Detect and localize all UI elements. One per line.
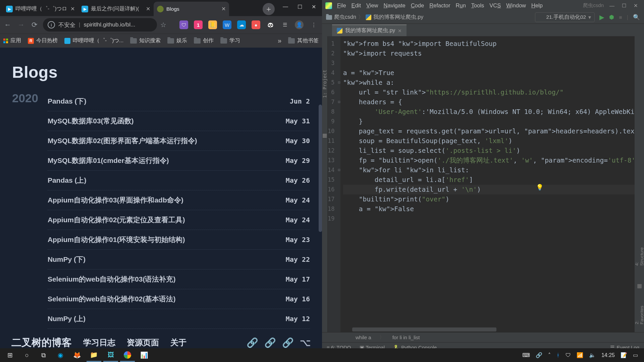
window-minimize-button[interactable]: — [609, 3, 614, 9]
structure-tool-button[interactable]: 4: Structure [634, 247, 644, 266]
ext-icon[interactable]: W [223, 20, 231, 29]
run-button[interactable]: ▶ [599, 13, 604, 21]
clock[interactable]: 14:25 [601, 352, 615, 358]
bookmark-folder[interactable]: 知识搜索 [130, 37, 161, 44]
menu-code[interactable]: Code [411, 2, 424, 9]
forward-button[interactable]: → [16, 20, 26, 30]
nav-link[interactable]: 学习日志 [83, 337, 115, 348]
stop-button[interactable]: ■ [619, 14, 622, 20]
close-icon[interactable]: ✕ [70, 6, 75, 12]
bookmark-item[interactable]: R今日热榜 [28, 37, 58, 44]
taskbar-app[interactable]: 🦊 [70, 349, 85, 362]
github-icon[interactable]: ⌥ [300, 337, 311, 348]
ext-icon[interactable]: 1 [194, 20, 203, 29]
bluetooth-icon[interactable]: ᚼ [556, 352, 560, 358]
post-item[interactable]: NumPy (上)May 12 [48, 309, 310, 329]
bc-node[interactable]: for li in li_list [392, 335, 420, 340]
project-tool-button[interactable]: 1: Project [322, 70, 327, 98]
tool-icon[interactable]: ▦ [323, 131, 327, 139]
volume-icon[interactable]: 🔈 [589, 352, 596, 358]
bookmarks-overflow-button[interactable]: » [278, 37, 281, 45]
bookmark-folder[interactable]: 娱乐 [167, 37, 187, 44]
task-view-button[interactable]: ⧉ [36, 349, 51, 362]
bc-node[interactable]: while a [356, 335, 371, 340]
menu-edit[interactable]: Edit [352, 2, 361, 9]
bookmark-folder[interactable]: 学习 [220, 37, 240, 44]
browser-tab-0[interactable]: ▶ 哔哩哔哩（゜-゜)つロ ✕ [3, 2, 78, 16]
profile-avatar[interactable]: 👤 [295, 20, 304, 29]
bookmark-star-button[interactable]: ☆ [160, 21, 166, 29]
post-item[interactable]: Appium自动化操作03(界面操作和adb命令)May 24 [48, 190, 310, 210]
wifi-icon[interactable]: 📶 [577, 352, 583, 358]
post-item[interactable]: MySQL数据库01(cmder基本运行指令)May 29 [48, 151, 310, 171]
action-center-button[interactable]: ▭ [633, 352, 638, 358]
site-brand[interactable]: 二叉树的博客 [11, 336, 72, 350]
start-button[interactable]: ⊞ [3, 349, 17, 362]
tray-icon[interactable]: 📝 [621, 352, 627, 358]
link-icon[interactable]: 🔗 [282, 337, 294, 348]
close-icon[interactable]: ✕ [221, 6, 226, 12]
post-item[interactable]: MySQL数据库03(常见函数)May 31 [48, 111, 310, 131]
window-maximize-button[interactable]: ☐ [298, 4, 302, 10]
tray-icon[interactable]: 🔗 [536, 352, 542, 358]
post-item[interactable]: Pandas (上)May 26 [48, 171, 310, 190]
info-icon[interactable]: i [48, 21, 55, 28]
new-tab-button[interactable]: ＋ [263, 3, 275, 15]
browser-tab-2[interactable]: Blogs ✕ [154, 2, 229, 16]
tool-icon[interactable]: ▦ [637, 283, 642, 289]
menu-view[interactable]: View [366, 2, 378, 9]
taskbar-app[interactable]: ◉ [53, 349, 68, 362]
post-item[interactable]: Appium自动化操作01(环境安装与初始结构)May 23 [48, 230, 310, 250]
tray-icon[interactable]: ⌨ [522, 352, 530, 358]
close-icon[interactable]: ✕ [146, 6, 150, 12]
menu-help[interactable]: Help [531, 2, 543, 9]
cortana-button[interactable]: ○ [19, 349, 34, 362]
menu-run[interactable]: Run [456, 2, 466, 9]
taskbar-app[interactable]: 🖼 [103, 349, 118, 362]
code-editor[interactable]: 1: Project ▦ 123456789101112131415161718… [322, 36, 644, 332]
menu-refactor[interactable]: Refactor [429, 2, 450, 9]
menu-file[interactable]: File [337, 2, 346, 9]
address-bar[interactable]: i 不安全 | spiritlhl.github.io/bl... [43, 18, 157, 32]
ext-icon[interactable]: 📒 [208, 20, 217, 29]
menu-window[interactable]: Window [506, 2, 526, 9]
menu-vcs[interactable]: VCS [489, 2, 501, 9]
window-close-button[interactable]: ✕ [634, 3, 638, 9]
post-item[interactable]: NumPy (下)May 22 [48, 250, 310, 269]
close-icon[interactable]: ✕ [398, 28, 402, 34]
nav-link[interactable]: 关于 [170, 337, 186, 348]
window-close-button[interactable]: ✕ [312, 4, 316, 10]
post-item[interactable]: Selenium的web自动化操作03(语法补充)May 17 [48, 269, 310, 289]
taskbar-app[interactable]: 📊 [137, 349, 152, 362]
apps-shortcut[interactable]: 应用 [3, 37, 21, 44]
back-button[interactable]: ← [3, 20, 13, 30]
editor-tab[interactable]: 我的博客网址爬虫.py ✕ [332, 24, 407, 36]
browser-tab-1[interactable]: ▶ 最后之作(问题详解)( ✕ [78, 2, 154, 16]
favorites-tool-button[interactable]: 2: Favorites [634, 306, 644, 324]
breadcrumb[interactable]: 爬虫csdn 〉 我的博客网址爬虫.py [326, 14, 423, 21]
page-scrollbar[interactable] [319, 105, 322, 232]
post-item[interactable]: Pandas (下)Jun 2 [48, 92, 310, 111]
window-maximize-button[interactable]: ☐ [622, 3, 626, 9]
link-icon[interactable]: 🔗 [264, 337, 276, 348]
other-bookmarks[interactable]: 其他书签 [288, 37, 319, 44]
editor-h-scrollbar[interactable] [352, 327, 496, 331]
window-minimize-button[interactable]: — [283, 4, 288, 10]
ext-icon[interactable]: ● [252, 20, 260, 29]
intention-bulb-icon[interactable]: 💡 [536, 184, 543, 191]
taskbar-app[interactable]: 📁 [87, 349, 101, 362]
post-item[interactable]: Appium自动化操作02(元素定位及查看工具)May 24 [48, 210, 310, 230]
reload-button[interactable]: ⟳ [30, 20, 40, 30]
tray-icon[interactable]: 🛡 [566, 352, 571, 358]
debug-button[interactable]: ⬢ [609, 14, 614, 21]
post-item[interactable]: MySQL数据库02(图形界面客户端基本运行指令)May 30 [48, 131, 310, 151]
nav-link[interactable]: 资源页面 [127, 337, 159, 348]
bookmark-item[interactable]: 哔哩哔哩（゜-゜)つ... [64, 37, 123, 44]
run-config-selector[interactable]: 21.手机自动化02 ▾ [535, 12, 595, 22]
ext-icon[interactable]: 🛡 [179, 20, 188, 29]
chrome-menu-button[interactable]: ⋮ [309, 20, 318, 29]
taskbar-app[interactable] [120, 349, 135, 362]
code-area[interactable]: "kw">from bs4 "kw">import BeautifulSoup … [340, 36, 644, 332]
ext-icon[interactable]: 🐼 [266, 20, 275, 29]
ext-icon[interactable]: ☁ [237, 20, 246, 29]
